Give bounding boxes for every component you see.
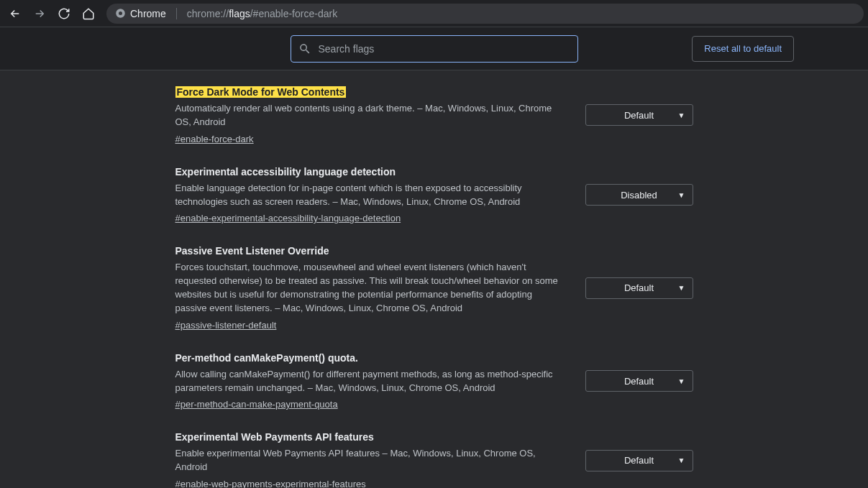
flag-row: Per-method canMakePayment() quota. Allow…: [175, 352, 693, 432]
flag-control: Default ▼: [585, 86, 693, 144]
flag-dropdown-value: Default: [624, 376, 654, 387]
url-text: chrome://flags/#enable-force-dark: [187, 8, 337, 19]
flag-title: Force Dark Mode for Web Contents: [175, 86, 347, 98]
url-path: /#enable-force-dark: [250, 8, 337, 19]
flag-hash-link[interactable]: #enable-force-dark: [175, 134, 254, 144]
site-chip-label: Chrome: [130, 8, 166, 19]
flag-control: Default ▼: [585, 431, 693, 488]
flag-dropdown[interactable]: Default ▼: [585, 277, 693, 299]
flag-description: Enable experimental Web Payments API fea…: [175, 447, 564, 474]
flags-content: Force Dark Mode for Web Contents Automat…: [0, 70, 868, 488]
flag-control: Disabled ▼: [585, 166, 693, 224]
flag-hash-link[interactable]: #enable-experimental-accessibility-langu…: [175, 213, 401, 224]
chevron-down-icon: ▼: [678, 111, 685, 119]
flag-hash-link[interactable]: #enable-web-payments-experimental-featur…: [175, 479, 366, 488]
reset-all-button[interactable]: Reset all to default: [692, 36, 794, 62]
back-button[interactable]: [4, 3, 26, 24]
flag-text: Passive Event Listener Override Forces t…: [175, 245, 585, 330]
flag-description: Allow calling canMakePayment() for diffe…: [175, 368, 564, 395]
flag-text: Force Dark Mode for Web Contents Automat…: [175, 86, 585, 144]
chevron-down-icon: ▼: [678, 456, 685, 464]
search-icon: [298, 42, 311, 55]
chevron-down-icon: ▼: [678, 191, 685, 199]
flags-header: Reset all to default: [0, 27, 868, 70]
svg-point-1: [119, 11, 122, 15]
flag-description: Automatically render all web contents us…: [175, 102, 564, 129]
chrome-icon: [115, 8, 126, 19]
flag-description: Enable language detection for in-page co…: [175, 182, 564, 209]
forward-button[interactable]: [29, 3, 50, 24]
flag-title: Experimental accessibility language dete…: [175, 166, 396, 178]
url-host: flags: [229, 8, 250, 19]
flag-dropdown[interactable]: Default ▼: [585, 450, 693, 471]
flag-row: Force Dark Mode for Web Contents Automat…: [175, 86, 693, 166]
flag-row: Experimental Web Payments API features E…: [175, 431, 693, 488]
flag-control: Default ▼: [585, 352, 693, 410]
site-chip: Chrome: [115, 8, 166, 19]
flag-title: Experimental Web Payments API features: [175, 431, 374, 443]
flag-hash-link[interactable]: #per-method-can-make-payment-quota: [175, 399, 338, 410]
flag-text: Experimental Web Payments API features E…: [175, 431, 585, 488]
address-divider: [176, 8, 177, 19]
flag-dropdown[interactable]: Default ▼: [585, 370, 693, 392]
flag-title: Per-method canMakePayment() quota.: [175, 352, 358, 364]
search-box[interactable]: [291, 35, 578, 63]
flag-hash-link[interactable]: #passive-listener-default: [175, 320, 277, 331]
flag-dropdown-value: Default: [624, 282, 654, 293]
chevron-down-icon: ▼: [678, 284, 685, 292]
flag-dropdown-value: Default: [624, 110, 654, 121]
flag-dropdown[interactable]: Default ▼: [585, 104, 693, 126]
browser-toolbar: Chrome chrome://flags/#enable-force-dark: [0, 0, 868, 27]
flag-control: Default ▼: [585, 245, 693, 330]
reload-button[interactable]: [53, 3, 75, 24]
flags-list: Force Dark Mode for Web Contents Automat…: [175, 70, 693, 488]
flag-dropdown[interactable]: Disabled ▼: [585, 184, 693, 206]
flag-dropdown-value: Disabled: [621, 190, 657, 201]
flag-dropdown-value: Default: [624, 455, 654, 466]
home-button[interactable]: [78, 3, 99, 24]
address-bar[interactable]: Chrome chrome://flags/#enable-force-dark: [106, 4, 864, 24]
flag-description: Forces touchstart, touchmove, mousewheel…: [175, 261, 564, 315]
flag-text: Per-method canMakePayment() quota. Allow…: [175, 352, 585, 410]
flag-row: Passive Event Listener Override Forces t…: [175, 245, 693, 351]
flag-text: Experimental accessibility language dete…: [175, 166, 585, 224]
url-scheme: chrome://: [187, 8, 229, 19]
flag-row: Experimental accessibility language dete…: [175, 166, 693, 246]
chevron-down-icon: ▼: [678, 377, 685, 385]
flag-title: Passive Event Listener Override: [175, 245, 329, 257]
search-input[interactable]: [319, 43, 570, 55]
